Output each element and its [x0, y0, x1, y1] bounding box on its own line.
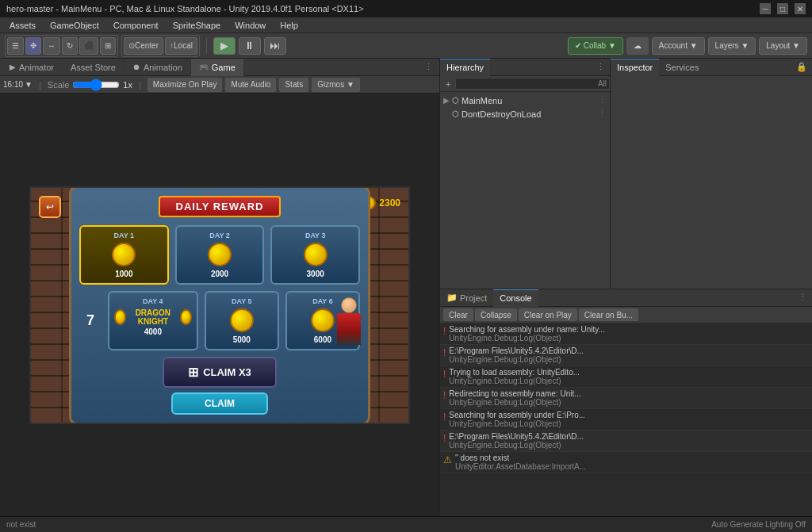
hierarchy-items: ▶ ⬡ MainMenu ⋮ ▶ ⬡ DontDestroyOnLoad ⋮ [440, 92, 610, 289]
menu-assets[interactable]: Assets [3, 19, 42, 32]
hierarchy-lock-button[interactable]: ⋮ [592, 62, 610, 72]
project-icon: 📁 [446, 293, 458, 303]
console-text-6: '' does not exist UnityEditor.AssetDatab… [455, 454, 809, 471]
tool-transform[interactable]: ⊞ [100, 37, 116, 55]
minimize-button[interactable]: ─ [760, 3, 771, 14]
clear-on-build-button[interactable]: Clear on Bu... [579, 308, 638, 321]
day-card-5[interactable]: DAY 5 5000 [205, 291, 279, 350]
tab-asset-store[interactable]: Asset Store [63, 59, 124, 76]
console-line1-4: Searching for assembly under E:\Pro... [449, 411, 809, 419]
day-card-4[interactable]: DAY 4 DRAGON KNIGHT 4000 [108, 291, 198, 350]
menu-spriteshape[interactable]: SpriteShape [167, 19, 228, 32]
maximize-on-play-button[interactable]: Maximize On Play [147, 78, 223, 92]
tab-services[interactable]: Services [659, 59, 705, 76]
inspector-tab-bar: Inspector Services 🔒 [611, 59, 812, 76]
tab-console[interactable]: Console [493, 289, 538, 307]
menu-help[interactable]: Help [274, 19, 304, 32]
game-view: ↩ 2300 DAILY REWARD DAY 1 1000 [0, 94, 439, 516]
close-button[interactable]: ✕ [795, 3, 806, 14]
menu-gameobject[interactable]: GameObject [44, 19, 105, 32]
stats-button[interactable]: Stats [279, 78, 308, 92]
console-text-1: E:\Program Files\Unity5.4.2\Editor\D... … [449, 346, 809, 364]
error-icon-4: ! [443, 411, 446, 423]
claim-x3-button[interactable]: ⊞ CLAIM X3 [163, 357, 277, 388]
pause-button[interactable]: ⏸ [239, 37, 261, 55]
console-text-2: Trying to load assembly: UnityEdito... U… [449, 368, 809, 385]
coin-amount: 2300 [379, 197, 400, 209]
menu-component[interactable]: Component [107, 19, 165, 32]
account-button[interactable]: Account ▼ [652, 37, 705, 55]
console-entry-2[interactable]: ! Trying to load assembly: UnityEdito...… [440, 366, 812, 388]
knight-figure [327, 297, 370, 353]
ratio-dropdown[interactable]: 16:10 ▼ [3, 80, 33, 89]
console-entry-1[interactable]: ! E:\Program Files\Unity5.4.2\Editor\D..… [440, 345, 812, 366]
status-left: not exist [6, 520, 36, 529]
day5-amount: 5000 [211, 335, 273, 344]
console-entry-4[interactable]: ! Searching for assembly under E:\Pro...… [440, 409, 812, 431]
hierarchy-item-dontdestroy[interactable]: ▶ ⬡ DontDestroyOnLoad ⋮ [440, 107, 610, 121]
tab-hierarchy[interactable]: Hierarchy [440, 59, 490, 76]
day-card-6[interactable]: DAY 6 6000 [285, 291, 360, 350]
dragon-knight-text: DRAGON KNIGHT [129, 308, 176, 326]
collapse-button[interactable]: Collapse [475, 308, 517, 321]
tool-group: ☰ ✥ ↔ ↻ ⬛ ⊞ [5, 35, 118, 57]
tool-rotate[interactable]: ↔ [43, 37, 60, 55]
local-button[interactable]: ↑ Local [165, 37, 197, 55]
inspector-lock-button[interactable]: 🔒 [791, 62, 812, 72]
mainmenu-label: MainMenu [462, 96, 502, 105]
title-bar: hero-master - MainMenu - PC, Mac & Linux… [0, 0, 812, 17]
console-more-button[interactable]: ⋮ [794, 293, 812, 303]
hierarchy-search-input[interactable] [455, 78, 609, 90]
console-entry-0[interactable]: ! Searching for assembly under name: Uni… [440, 323, 812, 345]
console-entry-5[interactable]: ! E:\Program Files\Unity5.4.2\Editor\D..… [440, 431, 812, 452]
day5-coin-icon [230, 308, 254, 332]
console-entry-3[interactable]: ! Redirecting to assembly name: Unit... … [440, 388, 812, 409]
layers-button[interactable]: Layers ▼ [708, 37, 756, 55]
tab-animator[interactable]: ▶ Animator [2, 59, 63, 76]
cloud-button[interactable]: ☁ [626, 37, 649, 55]
console-line1-0: Searching for assembly under name: Unity… [449, 325, 809, 334]
tab-more-button[interactable]: ⋮ [419, 60, 438, 74]
clear-on-play-button[interactable]: Clear on Play [519, 308, 577, 321]
clear-button[interactable]: Clear [443, 308, 473, 321]
center-button[interactable]: ⊙ Center [124, 37, 163, 55]
day2-amount: 2000 [182, 270, 259, 278]
console-line2-1: UnityEngine.Debug:Log(Object) [449, 355, 809, 364]
day-card-2[interactable]: DAY 2 2000 [175, 225, 265, 285]
play-button[interactable]: ▶ [213, 37, 236, 55]
scale-slider[interactable] [72, 80, 120, 90]
tool-rect[interactable]: ⬛ [79, 37, 98, 55]
hierarchy-item-mainmenu[interactable]: ▶ ⬡ MainMenu ⋮ [440, 94, 610, 107]
tool-move[interactable]: ✥ [25, 37, 41, 55]
view-tab-bar: ▶ Animator Asset Store ⏺ Animation 🎮 Gam… [0, 59, 439, 76]
mainmenu-more[interactable]: ⋮ [598, 95, 607, 105]
day-card-1[interactable]: DAY 1 1000 [79, 225, 169, 285]
step-button[interactable]: ⏭ [264, 37, 286, 55]
day3-amount: 3000 [277, 270, 354, 278]
console-tab-bar: 📁 Project Console ⋮ [440, 289, 812, 307]
tab-game[interactable]: 🎮 Game [191, 59, 244, 76]
console-entry-6[interactable]: ⚠ '' does not exist UnityEditor.AssetDat… [440, 452, 812, 473]
mute-audio-button[interactable]: Mute Audio [225, 78, 276, 92]
dontdestroy-more[interactable]: ⋮ [598, 109, 607, 119]
tool-scale[interactable]: ↻ [62, 37, 78, 55]
tab-project[interactable]: 📁 Project [440, 289, 493, 307]
day4-label: DAY 4 [114, 297, 192, 305]
maximize-button[interactable]: □ [777, 3, 788, 14]
error-icon-5: ! [443, 433, 446, 444]
menu-window[interactable]: Window [228, 19, 272, 32]
claim-button[interactable]: CLAIM [171, 392, 268, 415]
tab-animation[interactable]: ⏺ Animation [124, 59, 191, 76]
hierarchy-add-button[interactable]: + [443, 78, 453, 90]
back-button[interactable]: ↩ [39, 196, 61, 218]
inspector-panel: Inspector Services 🔒 [610, 59, 812, 289]
pivot-group: ⊙ Center ↑ Local [121, 35, 200, 57]
tab-inspector[interactable]: Inspector [611, 59, 659, 76]
layout-button[interactable]: Layout ▼ [759, 37, 807, 55]
scale-value: 1x [123, 80, 132, 90]
collab-button[interactable]: ✔ Collab ▼ [568, 37, 623, 55]
console-line1-6: '' does not exist [455, 454, 809, 462]
tool-hand[interactable]: ☰ [7, 37, 24, 55]
day-card-3[interactable]: DAY 3 3000 [270, 225, 360, 285]
gizmos-button[interactable]: Gizmos ▼ [312, 78, 360, 92]
